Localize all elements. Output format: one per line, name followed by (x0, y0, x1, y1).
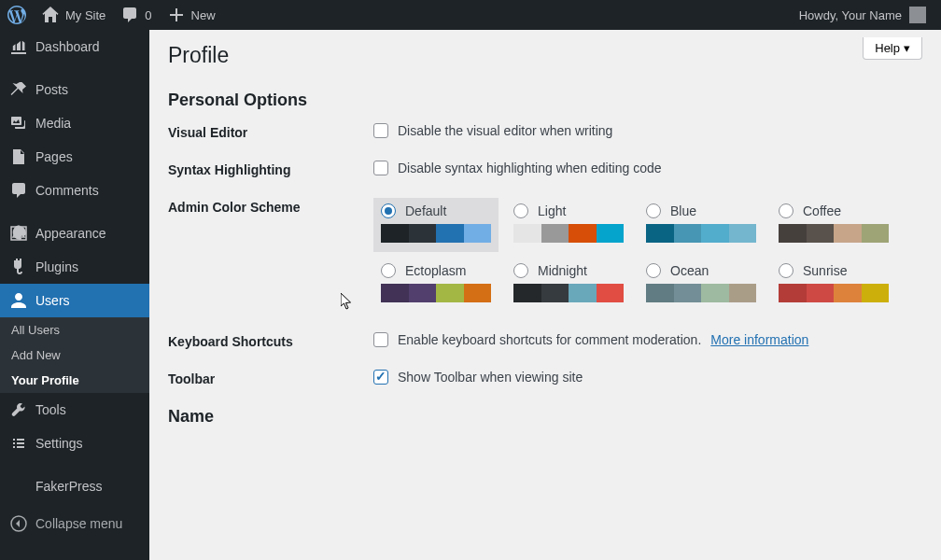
color-scheme-ocean[interactable]: Ocean (639, 258, 764, 312)
color-swatch (646, 224, 674, 243)
color-scheme-radio[interactable] (779, 263, 794, 278)
color-scheme-light[interactable]: Light (506, 198, 631, 252)
comments-link[interactable]: 0 (113, 0, 159, 30)
color-scheme-sunrise[interactable]: Sunrise (771, 258, 896, 312)
shortcuts-checkbox[interactable] (373, 332, 388, 347)
comment-icon (120, 6, 139, 24)
color-scheme-coffee[interactable]: Coffee (771, 198, 896, 252)
visual-editor-desc: Disable the visual editor when writing (398, 123, 612, 138)
site-name-text: My Site (65, 8, 105, 22)
new-content-link[interactable]: New (160, 0, 223, 30)
color-scheme-ectoplasm[interactable]: Ectoplasm (373, 258, 499, 312)
sidebar-label: Tools (35, 402, 66, 417)
color-swatches (779, 224, 889, 243)
color-swatch (862, 284, 890, 302)
media-icon (9, 114, 28, 133)
admin-bar: My Site 0 New Howdy, Your Name (0, 0, 941, 30)
color-scheme-radio[interactable] (513, 263, 528, 278)
color-scheme-radio[interactable] (381, 263, 396, 278)
color-swatches (513, 284, 624, 302)
sidebar-item-pages[interactable]: Pages (0, 140, 149, 174)
color-swatch (779, 284, 807, 302)
color-scheme-name: Ocean (670, 263, 709, 278)
color-swatch (597, 284, 625, 302)
color-swatches (646, 224, 756, 243)
color-swatch (436, 284, 464, 302)
comments-count: 0 (145, 8, 151, 22)
color-scheme-radio[interactable] (381, 203, 396, 218)
submenu-your-profile[interactable]: Your Profile (0, 368, 149, 393)
tools-icon (9, 400, 28, 419)
page-icon (9, 147, 28, 166)
sidebar-item-media[interactable]: Media (0, 106, 149, 140)
syntax-checkbox[interactable] (373, 161, 388, 175)
color-scheme-radio[interactable] (779, 203, 794, 218)
sidebar-item-dashboard[interactable]: Dashboard (0, 30, 149, 63)
section-personal-options: Personal Options (168, 91, 922, 110)
sidebar-item-comments[interactable]: Comments (0, 174, 149, 207)
users-submenu: All Users Add New Your Profile (0, 317, 149, 393)
color-scheme-name: Ectoplasm (405, 263, 466, 278)
color-scheme-radio[interactable] (513, 203, 528, 218)
color-swatches (381, 224, 491, 243)
color-scheme-default[interactable]: Default (373, 198, 499, 252)
color-scheme-label: Admin Color Scheme (168, 198, 373, 215)
settings-icon (9, 434, 28, 453)
color-swatches (779, 284, 889, 302)
shortcuts-label: Keyboard Shortcuts (168, 332, 373, 349)
color-swatch (436, 224, 464, 243)
collapse-menu[interactable]: Collapse menu (0, 507, 149, 540)
color-scheme-midnight[interactable]: Midnight (506, 258, 631, 312)
color-swatch (701, 284, 729, 302)
sidebar-item-tools[interactable]: Tools (0, 393, 149, 427)
submenu-all-users[interactable]: All Users (0, 317, 149, 343)
wp-logo[interactable] (0, 0, 34, 30)
site-name-link[interactable]: My Site (34, 0, 113, 30)
sidebar-label: Settings (35, 436, 83, 451)
color-scheme-name: Sunrise (803, 263, 847, 278)
shortcuts-more-info-link[interactable]: More information (710, 332, 808, 347)
sidebar-item-plugins[interactable]: Plugins (0, 250, 149, 284)
shortcuts-desc: Enable keyboard shortcuts for comment mo… (398, 332, 701, 347)
color-swatch (569, 224, 597, 243)
toolbar-desc: Show Toolbar when viewing site (398, 370, 583, 385)
pushpin-icon (9, 80, 28, 99)
sidebar-item-fakerpress[interactable]: FakerPress (0, 469, 149, 503)
toolbar-checkbox[interactable] (373, 370, 388, 385)
fakerpress-icon (9, 477, 28, 496)
color-scheme-radio[interactable] (646, 263, 661, 278)
color-swatches (513, 224, 624, 243)
color-scheme-name: Default (405, 203, 446, 218)
sidebar-item-settings[interactable]: Settings (0, 427, 149, 460)
color-scheme-radio[interactable] (646, 203, 661, 218)
visual-editor-label: Visual Editor (168, 123, 373, 140)
sidebar-item-users[interactable]: Users (0, 284, 149, 317)
color-scheme-blue[interactable]: Blue (639, 198, 764, 252)
color-swatch (701, 224, 729, 243)
wordpress-icon (7, 6, 26, 24)
collapse-icon (9, 514, 28, 533)
color-swatch (381, 284, 409, 302)
syntax-label: Syntax Highlighting (168, 161, 373, 177)
help-button[interactable]: Help ▾ (863, 37, 922, 60)
sidebar-item-appearance[interactable]: Appearance (0, 217, 149, 250)
color-scheme-name: Midnight (538, 263, 587, 278)
row-visual-editor: Visual Editor Disable the visual editor … (168, 123, 922, 140)
sidebar-item-posts[interactable]: Posts (0, 73, 149, 106)
visual-editor-checkbox[interactable] (373, 123, 388, 138)
dashboard-icon (9, 37, 28, 56)
submenu-add-new[interactable]: Add New (0, 343, 149, 368)
color-swatch (513, 224, 541, 243)
color-scheme-name: Blue (670, 203, 696, 218)
color-scheme-name: Coffee (803, 203, 841, 218)
color-swatch (674, 224, 702, 243)
home-icon (41, 6, 60, 24)
admin-bar-right[interactable]: Howdy, Your Name (799, 7, 934, 23)
sidebar-label: Users (35, 293, 70, 308)
row-color-scheme: Admin Color Scheme DefaultLightBlueCoffe… (168, 198, 922, 312)
row-keyboard-shortcuts: Keyboard Shortcuts Enable keyboard short… (168, 332, 922, 349)
admin-bar-left: My Site 0 New (0, 0, 223, 30)
section-name: Name (168, 407, 922, 427)
howdy-text: Howdy, Your Name (799, 8, 902, 22)
color-schemes: DefaultLightBlueCoffeeEctoplasmMidnightO… (373, 198, 922, 312)
